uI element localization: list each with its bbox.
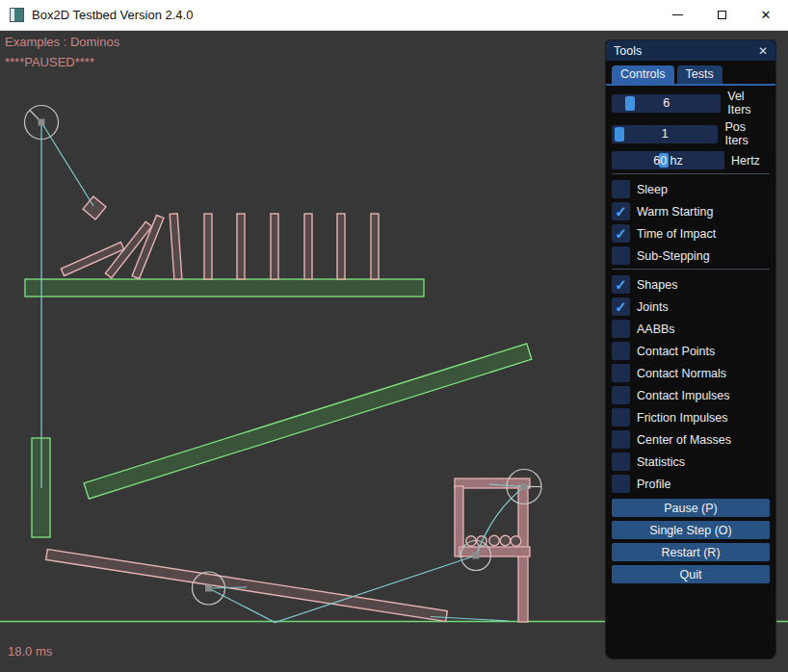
slider-group: 6Vel Iters1Pos Iters60 hzHertz (612, 90, 770, 169)
button-pause-p[interactable]: Pause (P) (612, 499, 770, 517)
slider-label: Vel Iters (727, 90, 770, 116)
check-icon: ✓ (615, 277, 627, 292)
slider-value: 60 hz (612, 151, 724, 169)
slider-label: Pos Iters (724, 120, 770, 147)
domino[interactable] (271, 214, 278, 279)
panel-close-icon[interactable]: ✕ (758, 44, 768, 58)
tools-panel-header[interactable]: Tools ✕ (606, 40, 775, 61)
checkbox-label: AABBs (637, 323, 675, 336)
top-platform (25, 279, 424, 297)
title-bar: Box2D Testbed Version 2.4.0 ✕ (0, 0, 788, 31)
checkbox-label: Statistics (637, 455, 685, 469)
slider-row-hertz: 60 hzHertz (612, 151, 770, 169)
check-icon: ✓ (615, 299, 627, 314)
pendulum-bob[interactable] (83, 196, 106, 220)
domino[interactable] (304, 214, 312, 279)
slider-label: Hertz (731, 154, 760, 168)
checkbox-box[interactable] (612, 386, 630, 404)
checkbox-box[interactable] (612, 364, 630, 382)
checkbox-contact-normals[interactable]: Contact Normals (612, 364, 770, 382)
ball[interactable] (489, 535, 500, 546)
slider-hertz[interactable]: 60 hz (612, 151, 724, 169)
checkbox-box[interactable]: ✓ (612, 224, 630, 243)
checkbox-box[interactable] (612, 430, 630, 449)
checkbox-group-simulation: Sleep✓Warm Starting✓Time of ImpactSub-St… (612, 180, 770, 265)
slider-vel-iters[interactable]: 6 (612, 94, 721, 113)
window-title: Box2D Testbed Version 2.4.0 (32, 8, 193, 22)
separator (612, 173, 770, 174)
diagonal-ramp (84, 344, 532, 499)
checkbox-center-of-masses[interactable]: Center of Masses (612, 430, 770, 449)
checkbox-box[interactable] (612, 342, 630, 360)
checkbox-warm-starting[interactable]: ✓Warm Starting (612, 202, 770, 220)
caption-buttons: ✕ (655, 0, 788, 30)
checkbox-time-of-impact[interactable]: ✓Time of Impact (612, 224, 770, 243)
box2d-testbed-window: { "window": { "title": "Box2D Testbed Ve… (0, 0, 788, 672)
checkbox-joints[interactable]: ✓Joints (612, 297, 770, 316)
slider-pos-iters[interactable]: 1 (612, 125, 718, 143)
checkbox-statistics[interactable]: Statistics (612, 452, 770, 471)
joint-pendulum-rope (41, 122, 93, 206)
checkbox-box[interactable]: ✓ (612, 275, 630, 294)
domino[interactable] (371, 214, 379, 279)
checkbox-label: Warm Starting (637, 205, 713, 219)
checkbox-group-draw: ✓Shapes✓JointsAABBsContact PointsContact… (612, 275, 770, 493)
checkbox-box[interactable] (612, 475, 630, 493)
domino[interactable] (337, 214, 345, 279)
example-title: Examples : Dominos (5, 35, 119, 49)
close-icon: ✕ (761, 9, 772, 21)
checkbox-box[interactable] (612, 180, 630, 198)
button-single-step-o[interactable]: Single Step (O) (612, 521, 770, 539)
checkbox-label: Center of Masses (637, 433, 731, 447)
checkbox-profile[interactable]: Profile (612, 475, 770, 493)
checkbox-contact-impulses[interactable]: Contact Impulses (612, 386, 770, 404)
checkbox-label: Profile (637, 478, 670, 491)
domino[interactable] (204, 214, 212, 279)
checkbox-label: Time of Impact (637, 227, 716, 241)
checkbox-box[interactable] (612, 246, 630, 265)
frame-left-post (455, 486, 463, 556)
checkbox-friction-impulses[interactable]: Friction Impulses (612, 408, 770, 426)
ball[interactable] (511, 536, 521, 547)
checkbox-contact-points[interactable]: Contact Points (612, 342, 770, 360)
joint-anchors (39, 119, 528, 592)
checkbox-sub-stepping[interactable]: Sub-Stepping (612, 246, 770, 265)
checkbox-box[interactable] (612, 452, 630, 471)
checkbox-label: Contact Impulses (637, 389, 730, 402)
panel-content: 6Vel Iters1Pos Iters60 hzHertz Sleep✓War… (606, 86, 775, 583)
check-icon: ✓ (615, 226, 627, 241)
checkbox-shapes[interactable]: ✓Shapes (612, 275, 770, 294)
separator (612, 269, 770, 270)
tools-panel: Tools ✕ ControlsTests 6Vel Iters1Pos Ite… (605, 39, 776, 659)
checkbox-label: Joints (637, 300, 669, 314)
checkbox-label: Sleep (637, 183, 668, 196)
standing-dominoes[interactable] (204, 214, 379, 279)
checkbox-aabbs[interactable]: AABBs (612, 320, 770, 338)
tools-panel-title: Tools (614, 44, 758, 58)
tab-controls[interactable]: Controls (612, 65, 674, 84)
tab-tests[interactable]: Tests (677, 65, 722, 84)
frame-structure (455, 478, 530, 622)
check-icon: ✓ (615, 204, 627, 219)
falling-dominoes[interactable] (61, 214, 182, 279)
checkbox-box[interactable]: ✓ (612, 202, 630, 220)
checkbox-label: Sub-Stepping (637, 249, 710, 263)
button-restart-r[interactable]: Restart (R) (612, 543, 770, 561)
slider-value: 1 (612, 125, 718, 143)
minimize-button[interactable] (655, 0, 699, 30)
checkbox-box[interactable] (612, 408, 630, 426)
domino-leaning[interactable] (170, 214, 182, 279)
ball[interactable] (500, 535, 511, 546)
tab-bar: ControlsTests (606, 61, 775, 84)
frame-time: 18.0 ms (8, 644, 52, 659)
checkbox-label: Shapes (637, 278, 677, 292)
maximize-button[interactable] (699, 0, 744, 30)
checkbox-label: Friction Impulses (637, 411, 727, 425)
button-quit[interactable]: Quit (612, 565, 770, 583)
slider-row-pos-iters: 1Pos Iters (612, 120, 770, 147)
domino[interactable] (237, 214, 245, 279)
checkbox-box[interactable]: ✓ (612, 297, 630, 316)
close-button[interactable]: ✕ (744, 0, 788, 30)
checkbox-sleep[interactable]: Sleep (612, 180, 770, 198)
checkbox-box[interactable] (612, 320, 630, 338)
